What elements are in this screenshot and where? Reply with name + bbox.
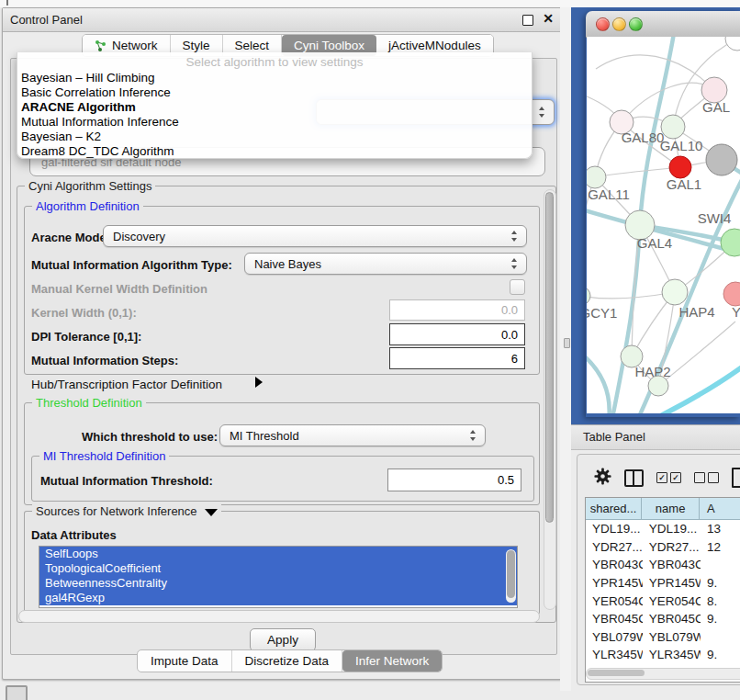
table-cell[interactable]: YPR145W [586,576,643,590]
table-cell[interactable]: YBL079W [643,630,701,644]
dpi-tolerance-field[interactable]: 0.0 [389,323,525,345]
manual-kernel-width-checkbox[interactable] [510,279,525,295]
stepper-icon [511,231,518,242]
table-row[interactable]: YDL19...YDL19...13 [586,520,740,538]
column-header-cut[interactable]: A [700,498,740,519]
table-cell[interactable]: YDR27... [586,540,643,554]
algorithm-option[interactable]: Dream8 DC_TDC Algorithm [21,144,528,159]
network-node-hap4[interactable] [662,279,688,305]
table-row[interactable]: YER054CYER054C8. [586,592,740,610]
table-cell[interactable]: YDR27... [643,540,701,554]
table-cell[interactable]: YER054C [643,594,701,608]
control-panel-titlebar[interactable]: Control Panel ✕ [3,8,561,32]
network-node[interactable] [648,376,668,396]
network-canvas[interactable]: GALGAL80GAL10GAL1GAL11SWI4GAL4GCY1HAP4YH… [587,37,740,413]
which-threshold-combobox[interactable]: MI Threshold [219,424,486,446]
bottom-tabs: Impute Data Discretize Data Infer Networ… [137,649,443,672]
table-cell[interactable]: YLR345W [586,648,643,661]
data-attribute-item[interactable]: TopologicalCoefficient [39,561,517,576]
zoom-traffic-light-icon[interactable] [629,17,643,31]
settings-vertical-scrollbar[interactable] [544,189,556,610]
close-traffic-light-icon[interactable] [596,17,610,31]
kernel-width-field[interactable]: 0.0 [389,299,525,321]
table-panel: ✓✓ shared... name A YDL19...YDL19...13YD… [577,454,740,685]
table-cell[interactable]: YDL19... [643,522,701,536]
close-icon[interactable]: ✕ [543,11,554,26]
table-row[interactable]: YPR145WYPR145W9. [586,574,740,593]
node-label: Y [732,304,740,320]
checked-pair-icon[interactable]: ✓✓ [656,472,681,483]
table-cell[interactable]: 9. [701,648,740,661]
column-header-shared-name[interactable]: shared... [586,498,642,519]
table-cell[interactable]: 12 [701,540,740,554]
table-row[interactable]: YBL079WYBL079W [586,628,740,647]
mi-algorithm-type-combobox[interactable]: Naive Bayes [244,253,527,275]
network-node-gal10[interactable] [661,115,685,139]
float-window-icon[interactable] [522,15,533,26]
table-cell[interactable]: YER054C [586,594,643,608]
data-attribute-item[interactable]: SelfLoops [39,547,517,561]
table-row[interactable]: YLR345WYLR345W9. [586,646,740,664]
hub-definition-label: Hub/Transcription Factor Definition [31,378,222,391]
table-row[interactable]: YBR045CYBR045C9. [586,610,740,628]
minimize-traffic-light-icon[interactable] [612,17,626,31]
table-panel-title: Table Panel [583,430,645,444]
mi-steps-field[interactable]: 6 [389,347,525,369]
table-panel-titlebar[interactable]: Table Panel [571,424,740,450]
apply-button[interactable]: Apply [250,628,316,651]
algorithm-option[interactable]: Bayesian – Hill Climbing [21,71,528,85]
data-attribute-item[interactable]: gal4RGexp [39,591,517,605]
table-row[interactable]: YBR043CYBR043C [586,556,740,574]
network-window-titlebar[interactable] [586,11,740,38]
table-cell[interactable]: YDL19... [586,522,643,536]
network-node-gal1[interactable] [669,156,691,178]
collapse-down-icon[interactable] [205,509,218,516]
table-horizontal-scrollbar[interactable] [586,668,740,680]
table-cell[interactable]: YBL079W [586,630,643,644]
table-row[interactable]: YDR27...YDR27...12 [586,538,740,557]
table-cell[interactable]: YBR043C [586,558,643,571]
node-label: GAL11 [588,186,630,202]
table-cell[interactable]: YLR345W [643,648,701,661]
document-icon[interactable] [732,468,740,488]
algorithm-option[interactable]: Bayesian – K2 [21,130,528,144]
table-cell[interactable]: 8. [701,594,740,608]
list-scrollbar[interactable] [506,549,516,603]
column-header-name[interactable]: name [642,498,700,519]
table-cell[interactable]: 13 [701,522,740,536]
stepper-icon [539,107,545,118]
columns-icon[interactable] [624,469,644,487]
table-cell[interactable]: 9. [701,612,740,626]
node-label: SWI4 [698,210,732,226]
minimized-panel-icon[interactable] [6,685,28,700]
network-node[interactable] [725,37,740,51]
network-view-window[interactable]: GALGAL80GAL10GAL1GAL11SWI4GAL4GCY1HAP4YH… [586,11,740,417]
splitter-grip-icon[interactable] [564,338,570,348]
table-cell[interactable]: YPR145W [643,576,701,590]
network-node-y[interactable] [723,282,740,306]
table-cell[interactable]: YBR043C [643,558,701,571]
network-node[interactable] [706,144,737,175]
node-table[interactable]: shared... name A YDL19...YDL19...13YDR27… [585,497,740,683]
panel-splitter[interactable] [560,7,571,691]
network-node-gal11[interactable] [587,166,606,188]
mi-threshold-field[interactable]: 0.5 [387,469,521,491]
algorithm-option[interactable]: Basic Correlation Inference [21,85,528,100]
table-header-row: shared... name A [586,498,740,520]
aracne-mode-combobox[interactable]: Discovery [103,225,527,247]
algorithm-option[interactable]: Mutual Information Inference [21,115,528,130]
network-node-gcy1[interactable] [587,287,590,305]
table-cell[interactable]: YBR045C [643,612,701,626]
expand-right-icon[interactable] [255,377,263,388]
data-attributes-list[interactable]: SelfLoopsTopologicalCoefficientBetweenne… [39,546,518,608]
gear-icon[interactable] [594,468,611,489]
algorithm-option[interactable]: ARACNE Algorithm [21,100,528,115]
unchecked-pair-icon[interactable] [694,472,719,483]
table-cell[interactable]: YBR045C [586,612,643,626]
data-attribute-item[interactable]: BetweennessCentrality [39,576,517,591]
table-cell[interactable]: 9. [701,576,740,590]
tab-infer-network[interactable]: Infer Network [342,650,442,672]
tab-impute-data[interactable]: Impute Data [138,650,232,672]
settings-horizontal-scrollbar[interactable] [18,610,540,623]
tab-discretize-data[interactable]: Discretize Data [232,650,343,672]
